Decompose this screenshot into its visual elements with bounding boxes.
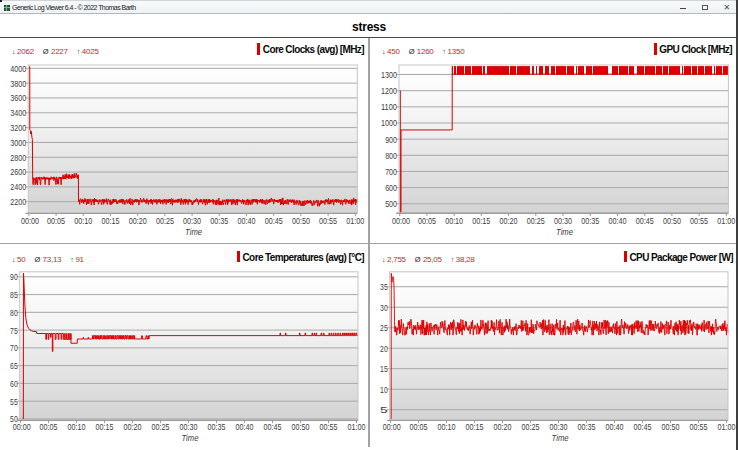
svg-text:00:20: 00:20 bbox=[129, 216, 147, 226]
svg-text:00:50: 00:50 bbox=[663, 216, 681, 226]
svg-text:00:20: 00:20 bbox=[494, 422, 512, 432]
svg-text:00:20: 00:20 bbox=[124, 422, 142, 432]
svg-text:1300: 1300 bbox=[381, 70, 397, 80]
svg-text:00:00: 00:00 bbox=[21, 216, 39, 226]
svg-text:00:15: 00:15 bbox=[102, 216, 120, 226]
svg-text:3000: 3000 bbox=[10, 138, 26, 148]
svg-text:15: 15 bbox=[380, 364, 388, 374]
svg-text:00:15: 00:15 bbox=[96, 422, 114, 432]
svg-text:00:10: 00:10 bbox=[445, 216, 463, 226]
svg-text:1000: 1000 bbox=[381, 118, 397, 128]
svg-text:00:40: 00:40 bbox=[238, 216, 256, 226]
svg-text:700: 700 bbox=[385, 167, 397, 177]
svg-text:10: 10 bbox=[380, 385, 388, 395]
svg-text:30: 30 bbox=[380, 303, 388, 313]
svg-text:75: 75 bbox=[10, 326, 18, 336]
svg-text:3600: 3600 bbox=[10, 93, 26, 103]
svg-text:00:10: 00:10 bbox=[68, 422, 86, 432]
svg-text:Time: Time bbox=[556, 227, 573, 237]
svg-text:00:45: 00:45 bbox=[636, 216, 654, 226]
svg-text:800: 800 bbox=[385, 151, 397, 161]
svg-text:00:05: 00:05 bbox=[418, 216, 436, 226]
svg-text:Time: Time bbox=[185, 227, 202, 237]
svg-text:2600: 2600 bbox=[10, 167, 26, 177]
svg-text:00:30: 00:30 bbox=[180, 422, 198, 432]
svg-text:00:25: 00:25 bbox=[156, 216, 174, 226]
svg-text:00:10: 00:10 bbox=[438, 422, 456, 432]
svg-text:00:00: 00:00 bbox=[392, 216, 410, 226]
svg-text:00:00: 00:00 bbox=[383, 422, 401, 432]
svg-text:3800: 3800 bbox=[10, 79, 26, 89]
svg-text:90: 90 bbox=[10, 272, 18, 282]
svg-text:2800: 2800 bbox=[10, 153, 26, 163]
svg-text:Time: Time bbox=[552, 433, 569, 443]
svg-text:25: 25 bbox=[380, 323, 388, 333]
svg-text:55: 55 bbox=[10, 397, 18, 407]
svg-text:1200: 1200 bbox=[381, 86, 397, 96]
svg-text:2400: 2400 bbox=[10, 182, 26, 192]
svg-text:00:35: 00:35 bbox=[578, 422, 596, 432]
svg-text:00:50: 00:50 bbox=[292, 422, 310, 432]
svg-text:00:30: 00:30 bbox=[183, 216, 201, 226]
svg-text:00:30: 00:30 bbox=[550, 422, 568, 432]
svg-text:00:10: 00:10 bbox=[74, 216, 92, 226]
svg-text:00:05: 00:05 bbox=[47, 216, 65, 226]
svg-text:35: 35 bbox=[380, 282, 388, 292]
svg-text:00:00: 00:00 bbox=[13, 422, 31, 432]
svg-text:00:25: 00:25 bbox=[522, 422, 540, 432]
svg-text:65: 65 bbox=[10, 361, 18, 371]
svg-text:00:40: 00:40 bbox=[236, 422, 254, 432]
svg-text:01:00: 01:00 bbox=[346, 216, 364, 226]
svg-text:01:00: 01:00 bbox=[717, 216, 735, 226]
svg-text:01:00: 01:00 bbox=[348, 422, 366, 432]
svg-text:500: 500 bbox=[385, 199, 397, 209]
svg-text:60: 60 bbox=[10, 379, 18, 389]
svg-text:5: 5 bbox=[380, 405, 388, 415]
svg-text:01:00: 01:00 bbox=[718, 422, 736, 432]
svg-text:00:40: 00:40 bbox=[606, 422, 624, 432]
svg-text:00:45: 00:45 bbox=[634, 422, 652, 432]
svg-text:00:35: 00:35 bbox=[208, 422, 226, 432]
svg-text:00:15: 00:15 bbox=[466, 422, 484, 432]
svg-text:70: 70 bbox=[10, 343, 18, 353]
svg-text:00:25: 00:25 bbox=[152, 422, 170, 432]
svg-text:1100: 1100 bbox=[381, 102, 397, 112]
svg-text:00:05: 00:05 bbox=[40, 422, 58, 432]
svg-text:85: 85 bbox=[10, 290, 18, 300]
svg-text:00:25: 00:25 bbox=[527, 216, 545, 226]
svg-text:00:55: 00:55 bbox=[690, 216, 708, 226]
svg-text:00:40: 00:40 bbox=[608, 216, 626, 226]
svg-text:00:45: 00:45 bbox=[265, 216, 283, 226]
svg-text:900: 900 bbox=[385, 135, 397, 145]
svg-text:20: 20 bbox=[380, 344, 388, 354]
svg-text:00:05: 00:05 bbox=[410, 422, 428, 432]
svg-text:00:45: 00:45 bbox=[264, 422, 282, 432]
svg-text:4000: 4000 bbox=[10, 64, 26, 74]
svg-text:00:35: 00:35 bbox=[210, 216, 228, 226]
svg-text:600: 600 bbox=[385, 183, 397, 193]
svg-text:00:55: 00:55 bbox=[690, 422, 708, 432]
svg-text:00:55: 00:55 bbox=[319, 216, 337, 226]
svg-text:2200: 2200 bbox=[10, 197, 26, 207]
svg-text:00:35: 00:35 bbox=[581, 216, 599, 226]
svg-text:80: 80 bbox=[10, 308, 18, 318]
svg-text:00:20: 00:20 bbox=[500, 216, 518, 226]
svg-text:00:15: 00:15 bbox=[472, 216, 490, 226]
svg-text:00:55: 00:55 bbox=[320, 422, 338, 432]
svg-text:00:30: 00:30 bbox=[554, 216, 572, 226]
svg-text:3200: 3200 bbox=[10, 123, 26, 133]
svg-text:00:50: 00:50 bbox=[292, 216, 310, 226]
svg-text:3400: 3400 bbox=[10, 108, 26, 118]
svg-text:Time: Time bbox=[182, 433, 199, 443]
svg-text:00:50: 00:50 bbox=[662, 422, 680, 432]
